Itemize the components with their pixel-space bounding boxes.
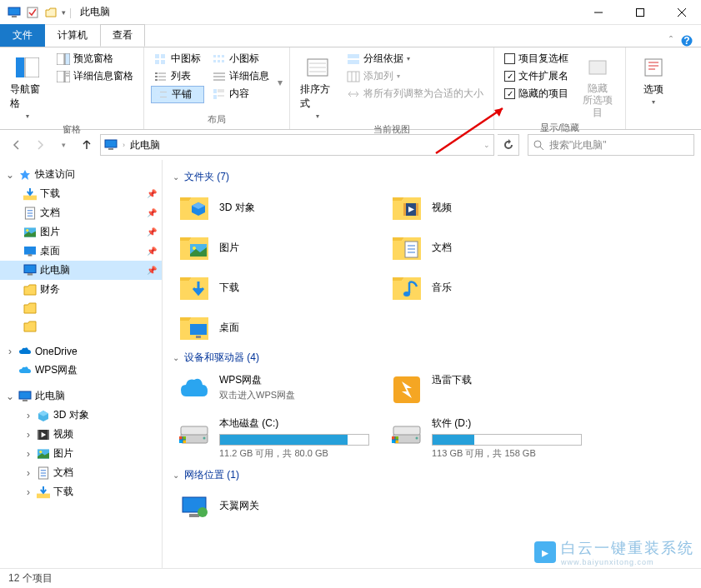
close-button[interactable] [669, 4, 694, 21]
3d-folder-icon [178, 192, 211, 222]
properties-icon[interactable] [25, 5, 40, 20]
help-icon[interactable]: ? [681, 35, 693, 47]
qat-dropdown-icon[interactable]: ▾ [62, 8, 66, 17]
pc-icon [7, 5, 22, 20]
refresh-button[interactable] [498, 134, 519, 156]
medium-icons-button[interactable]: 中图标 [151, 51, 204, 67]
folder-音乐[interactable]: 音乐 [385, 267, 598, 307]
group-by-button[interactable]: 分组依据 ▾ [343, 51, 487, 67]
svg-rect-0 [8, 7, 20, 15]
details-pane-button[interactable]: 详细信息窗格 [53, 68, 137, 84]
section-devices[interactable]: ⌄ 设备和驱动器 (4) [173, 347, 691, 368]
folder-文档[interactable]: 文档 [385, 227, 598, 267]
device-软件 (D:)[interactable]: 软件 (D:)113 GB 可用，共 158 GB [385, 411, 598, 465]
svg-text:?: ? [683, 35, 689, 47]
sidebar-item-财务[interactable]: 财务 [0, 280, 162, 299]
navigation-pane-button[interactable]: 导航窗格 ▾ [7, 51, 48, 123]
folder-视频[interactable]: 视频 [385, 187, 598, 227]
device-迅雷下载[interactable]: 迅雷下载 [385, 368, 598, 411]
list-button[interactable]: 列表 [151, 68, 204, 84]
content-area: ⌄ 文件夹 (7) 3D 对象视频图片文档下载音乐桌面 ⌄ 设备和驱动器 (4)… [163, 160, 701, 568]
ribbon-collapse-icon[interactable]: ˆ [669, 35, 673, 47]
caret-down-icon[interactable]: ⌄ [5, 391, 15, 402]
item-checkboxes-toggle[interactable]: 项目复选框 [501, 51, 572, 67]
sidebar-item-item6[interactable] [0, 299, 162, 317]
minimize-button[interactable] [586, 4, 611, 21]
caret-right-icon[interactable]: › [23, 467, 33, 479]
sidebar-item-图片[interactable]: 图片📌 [0, 222, 162, 242]
sidebar-item-此电脑[interactable]: 此电脑📌 [0, 261, 162, 280]
pin-icon: 📌 [147, 227, 157, 237]
sidebar-item-item7[interactable] [0, 317, 162, 336]
pc-icon [18, 390, 32, 403]
section-folders[interactable]: ⌄ 文件夹 (7) [173, 167, 691, 187]
maximize-button[interactable] [628, 4, 653, 21]
search-input[interactable]: 搜索"此电脑" [528, 134, 694, 156]
folder-3D 对象[interactable]: 3D 对象 [173, 187, 385, 227]
svg-rect-33 [222, 55, 224, 57]
section-network[interactable]: ⌄ 网络位置 (1) [173, 465, 691, 486]
svg-rect-101 [179, 436, 183, 440]
svg-point-107 [416, 437, 418, 440]
svg-rect-71 [28, 273, 33, 275]
caret-right-icon[interactable]: › [23, 486, 33, 498]
ribbon-tabs: 文件 计算机 查看 ˆ ? [0, 25, 701, 47]
network-device-icon [178, 491, 211, 521]
sort-by-button[interactable]: 排序方式 ▾ [297, 51, 338, 123]
svg-rect-86 [416, 203, 418, 216]
breadcrumb[interactable]: 此电脑 [130, 138, 160, 152]
svg-rect-110 [396, 436, 399, 440]
ribbon-group-label: 布局 [151, 113, 283, 127]
tree-quick-access[interactable]: ⌄ 快速访问 [0, 165, 162, 184]
forward-button[interactable] [30, 135, 50, 155]
svg-rect-112 [396, 441, 399, 444]
sidebar-item-3D 对象[interactable]: ›3D 对象 [0, 406, 162, 425]
file-extensions-toggle[interactable]: ✓文件扩展名 [501, 68, 572, 84]
options-button[interactable]: 选项 ▾ [633, 51, 674, 116]
network-天翼网关[interactable]: 天翼网关 [173, 486, 385, 526]
pin-icon: 📌 [147, 247, 157, 256]
sidebar-item-文档[interactable]: ›文档 [0, 463, 162, 482]
tab-file[interactable]: 文件 [0, 24, 45, 47]
caret-right-icon[interactable]: › [23, 448, 33, 460]
layout-more-icon[interactable]: ▾ [278, 77, 283, 88]
sidebar-item-下载[interactable]: ›下载 [0, 482, 162, 501]
sidebar-item-图片[interactable]: ›图片 [0, 444, 162, 463]
recent-dropdown[interactable]: ▾ [53, 135, 73, 155]
svg-rect-40 [213, 89, 217, 93]
device-本地磁盘 (C:)[interactable]: 本地磁盘 (C:)11.2 GB 可用，共 80.0 GB [173, 411, 385, 465]
tab-computer[interactable]: 计算机 [45, 24, 100, 47]
sidebar-item-文档[interactable]: 文档📌 [0, 203, 162, 222]
sidebar-item-桌面[interactable]: 桌面📌 [0, 242, 162, 261]
details-button[interactable]: 详细信息 [209, 68, 273, 84]
device-WPS网盘[interactable]: WPS网盘双击进入WPS网盘 [173, 368, 385, 411]
up-button[interactable] [77, 135, 97, 155]
sidebar-item-视频[interactable]: ›视频 [0, 425, 162, 444]
checkbox-icon: ✓ [504, 88, 515, 99]
small-icons-button[interactable]: 小图标 [209, 51, 273, 67]
svg-point-67 [26, 229, 28, 232]
preview-pane-button[interactable]: 预览窗格 [53, 51, 137, 67]
tiles-button[interactable]: 平铺 [151, 86, 204, 103]
tree-onedrive[interactable]: › OneDrive [0, 342, 162, 361]
caret-down-icon[interactable]: ⌄ [5, 169, 15, 181]
svg-rect-72 [19, 391, 31, 399]
caret-right-icon[interactable]: › [23, 410, 33, 421]
folder-桌面[interactable]: 桌面 [173, 307, 385, 347]
back-button[interactable] [7, 135, 27, 155]
tree-this-pc[interactable]: ⌄ 此电脑 [0, 386, 162, 406]
hidden-items-toggle[interactable]: ✓隐藏的项目 [501, 86, 572, 102]
caret-right-icon[interactable]: › [23, 429, 33, 441]
folder-图片[interactable]: 图片 [173, 227, 385, 267]
checkbox-icon: ✓ [504, 71, 515, 82]
tree-wps[interactable]: WPS网盘 [0, 361, 162, 380]
content-button[interactable]: 内容 [209, 86, 273, 102]
sidebar-item-下载[interactable]: 下载📌 [0, 184, 162, 203]
caret-right-icon[interactable]: › [5, 346, 15, 357]
svg-rect-55 [589, 61, 606, 74]
address-dropdown-icon[interactable]: ⌄ [483, 141, 490, 149]
svg-rect-103 [179, 441, 183, 444]
drive-icon [178, 416, 211, 450]
tab-view[interactable]: 查看 [100, 24, 145, 47]
folder-下载[interactable]: 下载 [173, 267, 385, 307]
